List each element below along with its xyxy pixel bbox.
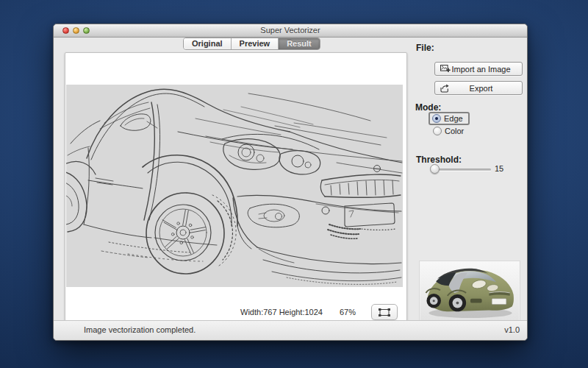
vectorized-image (66, 85, 403, 287)
edge-radio[interactable] (432, 114, 441, 123)
import-image-label: Import an Image (451, 65, 512, 74)
fit-to-window-icon (379, 308, 390, 316)
mode-section-label: Mode: (415, 102, 441, 113)
window-title: Super Vectorizer (54, 26, 527, 35)
preview-panel: Width:767 Height:1024 67% (65, 52, 407, 322)
original-image-thumbnail (419, 261, 520, 322)
image-plus-icon (440, 65, 451, 74)
version-label: v1.0 (504, 325, 520, 334)
export-button[interactable]: Export (434, 81, 523, 95)
car-line-art (66, 85, 403, 287)
zoom-percent-label: 67% (340, 308, 356, 316)
desktop: Super Vectorizer Original Preview Result (0, 0, 588, 368)
car-photo (420, 261, 520, 322)
share-arrow-icon (440, 84, 451, 93)
fit-to-window-button[interactable] (371, 304, 398, 320)
threshold-slider-track[interactable] (432, 169, 491, 171)
edge-radio-focus-ring: Edge (429, 112, 470, 125)
threshold-value: 15 (495, 164, 503, 173)
threshold-slider[interactable] (430, 164, 493, 174)
export-label: Export (451, 84, 512, 93)
import-image-button[interactable]: Import an Image (434, 62, 523, 76)
title-bar[interactable]: Super Vectorizer (54, 24, 527, 38)
threshold-slider-knob[interactable] (430, 164, 440, 174)
threshold-section-label: Threshold: (416, 155, 462, 165)
canvas-footer: Width:767 Height:1024 67% (240, 304, 398, 320)
tab-result[interactable]: Result (279, 38, 320, 49)
status-message: Image vectorization completed. (84, 325, 196, 334)
view-segmented-control: Original Preview Result (183, 38, 320, 50)
file-section-label: File: (416, 43, 434, 53)
app-window: Super Vectorizer Original Preview Result (53, 24, 528, 341)
tab-preview[interactable]: Preview (232, 38, 279, 49)
color-radio-label: Color (445, 127, 464, 135)
color-radio[interactable] (433, 127, 442, 135)
tab-original[interactable]: Original (184, 38, 232, 49)
image-size-label: Width:767 Height:1024 (240, 308, 323, 316)
color-radio-row: Color (433, 127, 464, 135)
status-bar: Image vectorization completed. v1.0 (54, 320, 527, 340)
edge-radio-label: Edge (444, 114, 463, 123)
